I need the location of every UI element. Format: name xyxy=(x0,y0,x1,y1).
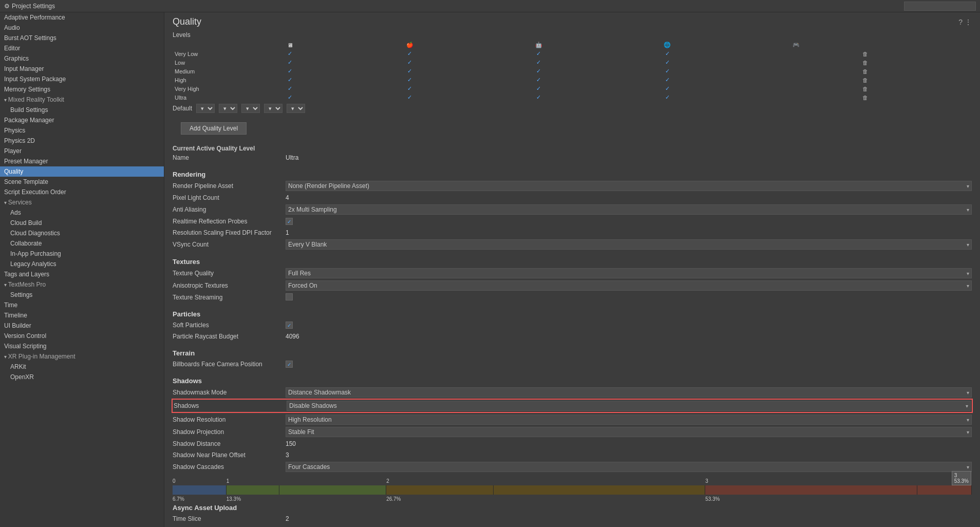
sidebar-item-cloud-diagnostics[interactable]: Cloud Diagnostics xyxy=(0,228,164,238)
property-row-texture-streaming: Texture Streaming xyxy=(164,292,980,303)
sidebar-item-quality[interactable]: Quality xyxy=(0,166,164,177)
level-checkbox[interactable]: ✓ xyxy=(474,58,603,67)
default-web-dropdown[interactable]: ▾ xyxy=(264,104,282,113)
level-checkbox[interactable]: ✓ xyxy=(474,84,603,93)
checkbox-field[interactable] xyxy=(286,293,293,300)
level-checkbox[interactable]: ✓ xyxy=(474,67,603,76)
checkbox-field[interactable] xyxy=(286,218,293,225)
sidebar-item-collaborate[interactable]: Collaborate xyxy=(0,238,164,249)
sidebar-item-build-settings[interactable]: Build Settings xyxy=(0,105,164,115)
trash-button[interactable]: 🗑 xyxy=(860,67,972,76)
sidebar-item-ads[interactable]: Ads xyxy=(0,208,164,218)
sidebar-item-physics[interactable]: Physics xyxy=(0,125,164,136)
level-checkbox[interactable]: ✓ xyxy=(346,93,475,102)
level-checkbox[interactable] xyxy=(732,49,861,58)
level-checkbox[interactable]: ✓ xyxy=(346,58,475,67)
sidebar-item-memory-settings[interactable]: Memory Settings xyxy=(0,84,164,95)
help-button[interactable]: ? xyxy=(958,18,963,26)
sidebar-item-tags-and-layers[interactable]: Tags and Layers xyxy=(0,269,164,279)
sidebar-item-physics-2d[interactable]: Physics 2D xyxy=(0,136,164,146)
default-android-dropdown[interactable]: ▾ xyxy=(241,104,260,113)
sidebar-item-timeline[interactable]: Timeline xyxy=(0,310,164,321)
level-checkbox[interactable]: ✓ xyxy=(603,58,732,67)
level-checkbox[interactable]: ✓ xyxy=(234,76,346,84)
sidebar-item-preset-manager[interactable]: Preset Manager xyxy=(0,156,164,166)
sidebar-item-visual-scripting[interactable]: Visual Scripting xyxy=(0,341,164,351)
sidebar-item-input-manager[interactable]: Input Manager xyxy=(0,64,164,74)
default-pc-dropdown[interactable]: ▾ xyxy=(196,104,215,113)
level-checkbox[interactable]: ✓ xyxy=(346,49,475,58)
trash-button[interactable]: 🗑 xyxy=(860,49,972,58)
sidebar-item-script-execution-order[interactable]: Script Execution Order xyxy=(0,187,164,197)
search-input[interactable] xyxy=(904,2,976,11)
property-label: Time Slice xyxy=(173,515,286,522)
level-checkbox[interactable]: ✓ xyxy=(346,84,475,93)
level-checkbox[interactable]: ✓ xyxy=(603,93,732,102)
add-quality-level-button[interactable]: Add Quality Level xyxy=(181,122,247,135)
sidebar-item-legacy-analytics[interactable]: Legacy Analytics xyxy=(0,259,164,269)
level-checkbox[interactable] xyxy=(732,76,861,84)
dropdown-field[interactable]: Distance Shadowmask▾ xyxy=(286,387,972,398)
level-checkbox[interactable]: ✓ xyxy=(603,76,732,84)
sidebar-item-burst-aot-settings[interactable]: Burst AOT Settings xyxy=(0,33,164,43)
level-checkbox[interactable]: ✓ xyxy=(474,93,603,102)
sidebar-item-player[interactable]: Player xyxy=(0,146,164,156)
level-checkbox[interactable]: ✓ xyxy=(234,67,346,76)
title-bar: ⚙ Project Settings xyxy=(0,0,980,12)
sidebar-item-scene-template[interactable]: Scene Template xyxy=(0,177,164,187)
sidebar-item-settings[interactable]: Settings xyxy=(0,290,164,300)
sidebar-item-cloud-build[interactable]: Cloud Build xyxy=(0,218,164,228)
sidebar-item-mixed-reality-toolkit[interactable]: Mixed Reality Toolkit xyxy=(0,95,164,105)
level-checkbox[interactable]: ✓ xyxy=(474,49,603,58)
sidebar-item-services[interactable]: Services xyxy=(0,197,164,208)
default-console-dropdown[interactable]: ▾ xyxy=(287,104,305,113)
sidebar-item-audio[interactable]: Audio xyxy=(0,23,164,33)
level-checkbox[interactable]: ✓ xyxy=(234,84,346,93)
level-checkbox[interactable] xyxy=(732,58,861,67)
dropdown-field[interactable]: Every V Blank▾ xyxy=(286,239,972,250)
trash-button[interactable]: 🗑 xyxy=(860,84,972,93)
default-apple-dropdown[interactable]: ▾ xyxy=(219,104,237,113)
trash-button[interactable]: 🗑 xyxy=(860,93,972,102)
level-checkbox[interactable]: ✓ xyxy=(234,58,346,67)
sidebar-item-editor[interactable]: Editor xyxy=(0,43,164,53)
dropdown-field[interactable]: Forced On▾ xyxy=(286,280,972,291)
sidebar-item-adaptive-performance[interactable]: Adaptive Performance xyxy=(0,12,164,23)
sidebar-item-textmesh-pro[interactable]: TextMesh Pro xyxy=(0,279,164,290)
sidebar-item-input-system-package[interactable]: Input System Package xyxy=(0,74,164,84)
dropdown-field[interactable]: Disable Shadows▾ xyxy=(287,401,971,411)
level-checkbox[interactable] xyxy=(732,93,861,102)
cascade-segment: 06.7% xyxy=(173,485,227,495)
sidebar-item-version-control[interactable]: Version Control xyxy=(0,331,164,341)
trash-button[interactable]: 🗑 xyxy=(860,58,972,67)
level-checkbox[interactable]: ✓ xyxy=(346,76,475,84)
level-checkbox[interactable]: ✓ xyxy=(474,76,603,84)
sidebar-item-graphics[interactable]: Graphics xyxy=(0,53,164,64)
sidebar-item-arkit[interactable]: ARKit xyxy=(0,362,164,372)
sidebar-item-in-app-purchasing[interactable]: In-App Purchasing xyxy=(0,249,164,259)
more-button[interactable]: ⋮ xyxy=(965,18,972,26)
dropdown-field[interactable]: None (Render Pipeline Asset)▾ xyxy=(286,181,972,191)
sidebar-item-time[interactable]: Time xyxy=(0,300,164,310)
level-checkbox[interactable] xyxy=(732,67,861,76)
sidebar-item-package-manager[interactable]: Package Manager xyxy=(0,115,164,125)
level-checkbox[interactable]: ✓ xyxy=(346,67,475,76)
sidebar-item-openxr[interactable]: OpenXR xyxy=(0,372,164,382)
dropdown-field[interactable]: 2x Multi Sampling▾ xyxy=(286,204,972,215)
dropdown-field[interactable]: Full Res▾ xyxy=(286,268,972,278)
trash-icon: 🗑 xyxy=(862,77,868,83)
sidebar-item-ui-builder[interactable]: UI Builder xyxy=(0,321,164,331)
trash-button[interactable]: 🗑 xyxy=(860,76,972,84)
checkbox-field[interactable] xyxy=(286,322,293,329)
dropdown-field[interactable]: Stable Fit▾ xyxy=(286,427,972,437)
level-checkbox[interactable]: ✓ xyxy=(603,84,732,93)
dropdown-field[interactable]: High Resolution▾ xyxy=(286,415,972,425)
checkbox-field[interactable] xyxy=(286,361,293,368)
level-checkbox[interactable]: ✓ xyxy=(603,67,732,76)
level-checkbox[interactable]: ✓ xyxy=(234,93,346,102)
sidebar-item-xr-plug-in-management[interactable]: XR Plug-in Management xyxy=(0,351,164,362)
level-checkbox[interactable]: ✓ xyxy=(603,49,732,58)
level-checkbox[interactable] xyxy=(732,84,861,93)
dropdown-field[interactable]: Four Cascades▾ xyxy=(286,462,972,472)
level-checkbox[interactable]: ✓ xyxy=(234,49,346,58)
